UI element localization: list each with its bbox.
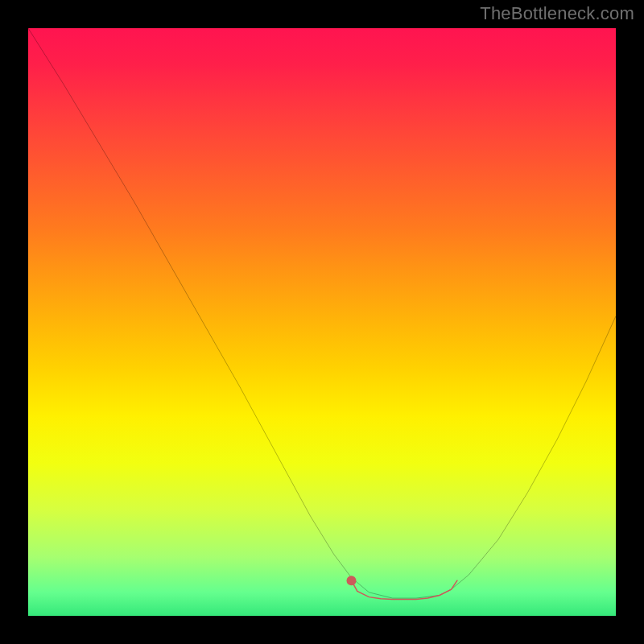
left-marker-icon bbox=[347, 576, 357, 585]
bottleneck-curve bbox=[28, 28, 616, 598]
recommended-range bbox=[352, 580, 457, 599]
chart-overlay bbox=[28, 28, 616, 616]
chart-frame: TheBottleneck.com bbox=[0, 0, 644, 644]
watermark-text: TheBottleneck.com bbox=[480, 3, 634, 24]
